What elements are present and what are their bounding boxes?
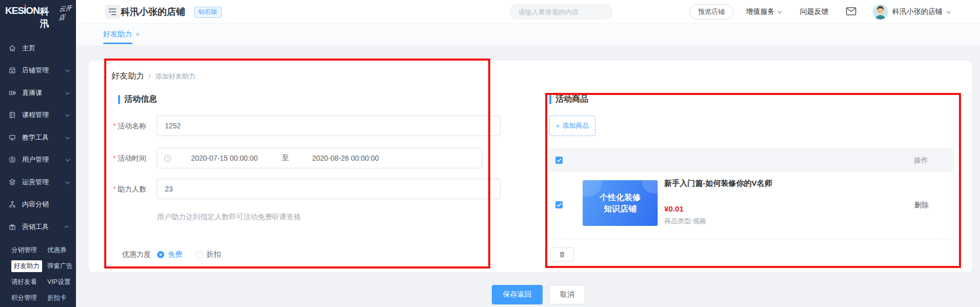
radio-selected-icon [157, 251, 164, 258]
boost-count-label: 助力人数 [86, 179, 146, 199]
select-all-checkbox[interactable] [555, 157, 563, 164]
submenu-item-discount-card[interactable]: 折扣卡 [47, 294, 67, 302]
cover-text-line1: 个性化装修 [600, 192, 641, 203]
feedback-link[interactable]: 问题反馈 [800, 0, 829, 24]
gift-icon [8, 223, 16, 231]
sidebar-item-teaching-tools[interactable]: 教学工具 [0, 126, 76, 149]
discount-strength-row: 优惠力度 免费 折扣 [122, 250, 221, 259]
home-icon [8, 44, 16, 52]
check-icon [556, 158, 562, 162]
search-input[interactable] [518, 8, 609, 16]
date-range-separator: 至 [282, 154, 289, 163]
user-icon [8, 156, 16, 164]
submenu-item-popup-ad[interactable]: 弹窗广告 [47, 262, 73, 271]
submenu-item-points[interactable]: 积分管理 [11, 294, 37, 302]
account-menu[interactable]: 科汛小张的店铺 [873, 0, 950, 24]
sidebar-item-label: 内容分销 [22, 200, 69, 209]
batch-delete-button[interactable] [550, 247, 574, 262]
tab-label: 好友助力 [103, 30, 132, 39]
boost-count-input[interactable] [165, 185, 492, 193]
avatar [873, 4, 888, 20]
activity-time-range-picker[interactable]: 2020-07-15 00:00:00 至 2020-08-26 00:00:0… [157, 148, 483, 168]
section-accent-bar [118, 95, 120, 104]
collapse-menu-button[interactable] [105, 5, 120, 19]
plus-icon: + [556, 122, 560, 130]
radio-unselected-icon [196, 251, 203, 258]
feedback-label: 问题反馈 [800, 7, 829, 16]
sidebar-item-label: 营销工具 [22, 222, 66, 232]
sidebar-item-label: 直播课 [22, 88, 66, 98]
product-type: 商品类型:视频 [664, 217, 706, 226]
submenu-item-coupon[interactable]: 优惠券 [47, 246, 67, 255]
layers-icon [8, 178, 16, 186]
preview-shop-button[interactable]: 预览店铺 [689, 4, 734, 20]
add-product-label: 添加商品 [562, 121, 589, 130]
cover-text-line2: 知识店铺 [604, 203, 637, 215]
sidebar-item-label: 用户管理 [22, 155, 66, 164]
radio-free[interactable]: 免费 [157, 250, 182, 259]
trash-icon [559, 251, 566, 258]
sidebar-item-shop-management[interactable]: 店铺管理 [0, 60, 76, 82]
chevron-down-icon [946, 9, 950, 13]
sidebar-item-home[interactable]: 主页 [0, 37, 76, 60]
submenu-item-invite-friends[interactable]: 请好友看 [11, 278, 37, 286]
delete-product-link[interactable]: 删除 [914, 201, 929, 210]
section-accent-bar [549, 95, 551, 104]
breadcrumb-separator: / [149, 72, 151, 80]
breadcrumb-current: 添加好友助力 [156, 72, 196, 81]
sidebar-item-operation-management[interactable]: 运营管理 [0, 171, 76, 194]
check-icon [556, 203, 562, 207]
save-return-button[interactable]: 保存返回 [492, 285, 543, 304]
shop-icon [8, 66, 16, 74]
submenu-item-vip-settings[interactable]: VIP设置 [47, 278, 70, 286]
tab-friend-boost[interactable]: 好友助力 × [103, 30, 140, 44]
menu-fold-icon [108, 8, 117, 15]
app-screen: KESION 科汛 云开店 主页 店铺管理 直播课 课程管理 [0, 0, 980, 307]
activity-name-label: 活动名称 [86, 116, 146, 136]
start-date-value[interactable]: 2020-07-15 00:00:00 [191, 154, 258, 162]
boost-count-hint: 用户助力达到指定人数即可活动免费听课资格 [157, 213, 301, 222]
boost-count-field [157, 179, 501, 199]
sidebar-item-user-management[interactable]: 用户管理 [0, 149, 76, 171]
product-row-checkbox[interactable] [555, 201, 563, 208]
action-column-header: 操作 [914, 156, 928, 165]
top-header: 科汛小张的店铺 钻石版 预览店铺 增值服务 问题反馈 科汛小张的店铺 [76, 0, 980, 24]
brand-name-cn: 科汛 [40, 5, 57, 30]
sidebar-item-live-course[interactable]: 直播课 [0, 82, 76, 104]
messages-button[interactable] [846, 7, 856, 17]
share-network-icon [8, 200, 16, 208]
row-divider [548, 239, 953, 239]
course-notebook-icon [8, 111, 16, 119]
tab-close-icon[interactable]: × [136, 30, 140, 39]
brand-suffix: 云开店 [59, 3, 77, 22]
activity-name-field [157, 116, 501, 136]
submenu-item-distribution[interactable]: 分销管理 [11, 246, 37, 255]
sidebar-item-label: 教学工具 [22, 133, 66, 142]
activity-info-section-title: 活动信息 [118, 94, 157, 105]
sidebar-item-course-management[interactable]: 课程管理 [0, 104, 76, 127]
breadcrumb-root[interactable]: 好友助力 [111, 71, 144, 82]
sidebar-item-marketing-tools[interactable]: 营销工具 [0, 216, 76, 238]
main-page: 好友助力 / 添加好友助力 活动信息 活动名称 活动时间 2020-07-15 … [76, 45, 980, 307]
radio-discount[interactable]: 折扣 [196, 250, 221, 259]
marketing-submenu: 分销管理 优惠券 好友助力 弹窗广告 请好友看 VIP设置 积分管理 折扣卡 [0, 242, 76, 306]
sidebar-item-label: 主页 [22, 44, 69, 53]
submenu-item-friend-boost[interactable]: 好友助力 [11, 260, 42, 272]
sidebar-item-label: 课程管理 [22, 110, 66, 120]
chevron-down-icon [65, 90, 69, 94]
teaching-board-icon [8, 133, 16, 142]
brand-name: KESION [5, 5, 40, 16]
sidebar-item-content-distribution[interactable]: 内容分销 [0, 194, 76, 216]
add-product-button[interactable]: + 添加商品 [549, 116, 595, 136]
radio-discount-label: 折扣 [206, 250, 221, 259]
activity-name-input[interactable] [165, 122, 492, 130]
end-date-value[interactable]: 2020-08-26 00:00:00 [312, 154, 379, 162]
sidebar-item-label: 运营管理 [22, 178, 66, 187]
chevron-down-icon [65, 112, 69, 117]
value-added-services-menu[interactable]: 增值服务 [746, 0, 781, 24]
product-table-header: 操作 [548, 148, 953, 172]
brand-logo: KESION 科汛 云开店 [5, 5, 76, 30]
plan-badge: 钻石版 [194, 7, 222, 18]
cancel-button[interactable]: 取消 [549, 285, 585, 304]
radio-free-label: 免费 [168, 250, 182, 259]
